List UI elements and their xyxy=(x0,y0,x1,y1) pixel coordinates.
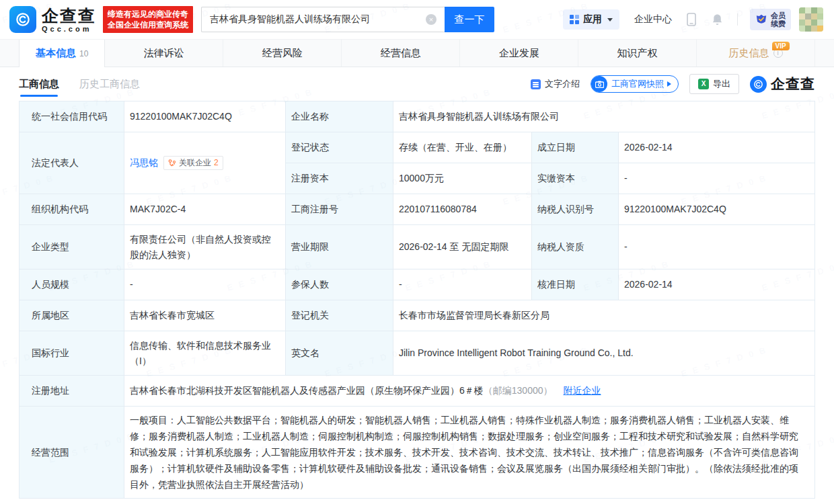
slogan-line1: 缔造有远见的商业传奇 xyxy=(108,9,188,19)
field-label: 登记状态 xyxy=(286,132,393,163)
business-scope-value: 一般项目：人工智能公共数据平台；智能机器人的研发；智能机器人销售；工业机器人销售… xyxy=(124,407,814,498)
field-value: - xyxy=(619,225,814,269)
field-value: 有限责任公司（非自然人投资或控股的法人独资） xyxy=(124,225,286,269)
notifications-button[interactable] xyxy=(711,13,724,26)
export-label: 导出 xyxy=(713,78,730,90)
field-label: 法定代表人 xyxy=(20,132,124,194)
nearby-companies-link[interactable]: 附近企业 xyxy=(564,383,601,398)
field-value: 吉林省长春市宽城区 xyxy=(124,300,286,331)
field-label: 纳税人资质 xyxy=(532,225,619,269)
mobile-app-button[interactable] xyxy=(685,13,697,26)
field-label: 企业名称 xyxy=(286,101,393,132)
field-label: 参保人数 xyxy=(286,269,393,300)
header-right-nav: 应用 企业中心 会员 续费 xyxy=(563,7,823,32)
section-toolbar: 工商信息 历史工商信息 文字介绍 工商官网快照 导出 企查查 xyxy=(0,67,834,101)
tab-operating-info[interactable]: 经营信息 xyxy=(342,40,460,67)
qcc-stamp-icon xyxy=(750,76,767,93)
field-value: 2026-02-14 xyxy=(619,269,814,300)
toolbar-actions: 文字介绍 工商官网快照 导出 企查查 xyxy=(531,74,815,94)
brand-text[interactable]: 企查查 Qcc.com xyxy=(42,7,96,33)
address-cell: 吉林省长春市北湖科技开发区智能机器人及传感器产业园（原生物环保产业园）6＃楼 （… xyxy=(124,376,814,407)
field-value: MAK7J02C-4 xyxy=(124,194,286,225)
export-button[interactable]: 导出 xyxy=(689,74,739,94)
phone-icon xyxy=(685,13,697,26)
business-info-table: 统一社会信用代码 91220100MAK7J02C4Q 企业名称 吉林省具身智能… xyxy=(19,101,815,499)
field-label: 纳税人识别号 xyxy=(532,194,619,225)
chevron-down-icon xyxy=(607,18,613,22)
qcc-logo-icon[interactable] xyxy=(9,6,36,33)
slogan-line2: 全国企业信用查询系统 xyxy=(108,19,188,30)
field-label: 统一社会信用代码 xyxy=(20,101,124,132)
qcc-brand-stamp: 企查查 xyxy=(750,75,815,93)
tab-basic-info[interactable]: 基本信息 10 xyxy=(19,40,105,67)
qcc-logo-glyph xyxy=(14,11,32,28)
field-value: 信息传输、软件和信息技术服务业（I） xyxy=(124,331,286,376)
clear-search-icon[interactable] xyxy=(426,14,437,25)
avatar-image xyxy=(799,7,823,32)
field-value: 2026-02-14 至 无固定期限 xyxy=(393,225,532,269)
field-label: 核准日期 xyxy=(532,269,619,300)
search-input[interactable] xyxy=(201,7,445,32)
table-row: 人员规模 - 参保人数 - 核准日期 2026-02-14 xyxy=(20,269,814,300)
table-row: 国标行业 信息传输、软件和信息技术服务业（I） 英文名 Jilin Provin… xyxy=(20,331,814,376)
tab-bar-spacer xyxy=(815,40,834,67)
brand-name: 企查查 xyxy=(42,7,96,24)
tab-legal-proceedings[interactable]: 法律诉讼 xyxy=(105,40,223,67)
field-label: 实缴资本 xyxy=(532,163,619,194)
vip-renew-label: 会员 续费 xyxy=(771,11,786,28)
field-value: 2026-02-14 xyxy=(619,132,814,163)
related-companies-label: 关联企业 xyxy=(179,155,211,171)
tab-company-development[interactable]: 企业发展 xyxy=(460,40,578,67)
enterprise-center-link[interactable]: 企业中心 xyxy=(634,13,672,26)
table-row: 所属地区 吉林省长春市宽城区 登记机关 长春市市场监督管理局长春新区分局 xyxy=(20,300,814,331)
qcc-stamp-label: 企查查 xyxy=(771,75,815,93)
brand-domain: Qcc.com xyxy=(42,25,96,33)
table-row: 法定代表人 冯思铭 关联企业 2 登记状态 存续（在营、开业、在册） 成立日期 … xyxy=(20,132,814,194)
arrow-right-icon xyxy=(667,81,671,87)
legal-rep-link[interactable]: 冯思铭 xyxy=(130,155,158,171)
field-value: 存续（在营、开业、在册） xyxy=(393,132,532,163)
field-label: 企业类型 xyxy=(20,225,124,269)
apps-menu[interactable]: 应用 xyxy=(563,9,619,30)
legal-rep-cell: 冯思铭 关联企业 2 xyxy=(124,132,286,194)
tab-history-info[interactable]: VIP 历史信息 xyxy=(697,40,815,67)
related-companies-icon xyxy=(168,159,176,167)
field-label: 国标行业 xyxy=(20,331,124,376)
field-value: Jilin Province Intelligent Robot Trainin… xyxy=(393,331,814,376)
search-button[interactable]: 查一下 xyxy=(445,7,494,32)
table-row: 统一社会信用代码 91220100MAK7J02C4Q 企业名称 吉林省具身智能… xyxy=(20,101,814,132)
field-label: 经营范围 xyxy=(20,407,124,498)
vip-badge: VIP xyxy=(772,42,790,50)
field-label: 英文名 xyxy=(286,331,393,376)
field-value: 220107116080784 xyxy=(393,194,532,225)
vip-renew-button[interactable]: 会员 续费 xyxy=(750,9,791,30)
field-label: 所属地区 xyxy=(20,300,124,331)
field-value: 吉林省具身智能机器人训练场有限公司 xyxy=(393,101,814,132)
document-icon xyxy=(531,79,541,89)
field-value: 10000万元 xyxy=(393,163,532,194)
top-header: 企查查 Qcc.com 缔造有远见的商业传奇 全国企业信用查询系统 查一下 应用… xyxy=(0,0,834,39)
related-companies-badge[interactable]: 关联企业 2 xyxy=(163,156,223,170)
field-label: 工商注册号 xyxy=(286,194,393,225)
field-label: 人员规模 xyxy=(20,269,124,300)
subtab-business-info[interactable]: 工商信息 xyxy=(19,78,59,91)
field-value: - xyxy=(619,163,814,194)
header-divider xyxy=(737,13,738,26)
address-postcode: （邮编130000） xyxy=(484,383,553,398)
field-label: 成立日期 xyxy=(532,132,619,163)
field-label: 营业期限 xyxy=(286,225,393,269)
table-row: 经营范围 一般项目：人工智能公共数据平台；智能机器人的研发；智能机器人销售；工业… xyxy=(20,407,814,498)
official-snapshot-button[interactable]: 工商官网快照 xyxy=(591,75,679,93)
text-intro-button[interactable]: 文字介绍 xyxy=(531,78,580,90)
table-row: 组织机构代码 MAK7J02C-4 工商注册号 220107116080784 … xyxy=(20,194,814,225)
tab-operating-risk[interactable]: 经营风险 xyxy=(223,40,342,67)
camera-icon xyxy=(591,76,607,92)
field-value: 91220100MAK7J02C4Q xyxy=(619,194,814,225)
tab-basic-info-label: 基本信息 xyxy=(36,47,76,60)
subtab-history-business-info[interactable]: 历史工商信息 xyxy=(79,78,140,91)
field-value: 长春市市场监督管理局长春新区分局 xyxy=(393,300,814,331)
user-avatar[interactable] xyxy=(799,7,823,32)
tab-intellectual-property[interactable]: 知识产权 xyxy=(578,40,697,67)
vip-crown-icon xyxy=(755,14,767,26)
search-bar: 查一下 xyxy=(201,7,494,32)
